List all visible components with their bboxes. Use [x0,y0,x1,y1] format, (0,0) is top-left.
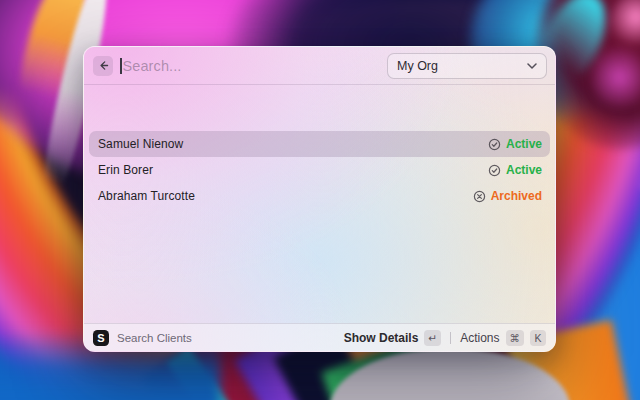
chevron-down-icon [527,63,537,69]
status-badge: Active [488,163,542,177]
command-key-icon: ⌘ [506,330,525,346]
text-caret [120,58,122,74]
org-dropdown-value: My Org [397,59,438,73]
status-label: Active [506,163,542,177]
client-name: Erin Borer [98,163,488,177]
k-key-icon: K [530,330,546,346]
list-item[interactable]: Samuel Nienow Active [89,131,550,157]
back-button[interactable] [93,56,113,76]
desktop-screen: Search... My Org Samuel Nienow Active [0,0,640,400]
return-key-icon: ↵ [424,330,441,346]
launcher-window: Search... My Org Samuel Nienow Active [83,46,556,352]
status-badge: Archived [473,189,542,203]
org-dropdown[interactable]: My Org [387,53,547,79]
search-placeholder: Search... [123,58,182,74]
search-header: Search... My Org [84,47,555,85]
search-input[interactable]: Search... [120,58,387,74]
check-circle-icon [488,164,501,177]
check-circle-icon [488,138,501,151]
command-title: Search Clients [117,332,344,344]
app-icon: S [93,330,109,346]
window-footer: S Search Clients Show Details ↵ Actions … [84,323,555,351]
show-details-button[interactable]: Show Details [344,331,419,345]
status-badge: Active [488,137,542,151]
status-label: Active [506,137,542,151]
client-list: Samuel Nienow Active Erin Borer Ac [89,131,550,209]
client-name: Samuel Nienow [98,137,488,151]
arrow-left-icon [97,59,110,72]
status-label: Archived [491,189,542,203]
x-circle-icon [473,190,486,203]
actions-button[interactable]: Actions [460,331,499,345]
list-item[interactable]: Abraham Turcotte Archived [89,183,550,209]
list-item[interactable]: Erin Borer Active [89,157,550,183]
footer-divider [450,332,451,344]
client-name: Abraham Turcotte [98,189,473,203]
